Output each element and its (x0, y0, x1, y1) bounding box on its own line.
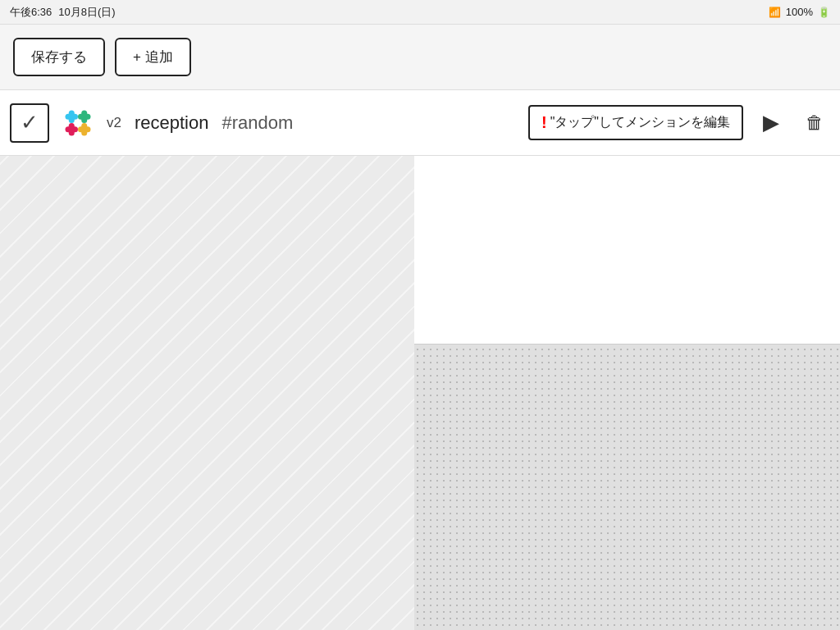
exclamation-icon: ! (541, 113, 547, 132)
main-area (0, 156, 840, 630)
status-left: 午後6:36 10月8日(日) (10, 5, 116, 20)
left-panel (0, 156, 414, 630)
svg-rect-7 (66, 126, 78, 132)
wifi-icon: 📶 (769, 7, 781, 18)
svg-rect-3 (78, 113, 90, 119)
slack-version: v2 (107, 115, 121, 131)
checkmark-icon: ✓ (21, 110, 39, 135)
status-right: 📶 100% 🔋 (769, 6, 830, 18)
send-button[interactable]: ▶ (756, 107, 786, 139)
right-panel (414, 156, 840, 630)
status-bar: 午後6:36 10月8日(日) 📶 100% 🔋 (0, 0, 840, 25)
add-button[interactable]: + 追加 (115, 38, 191, 76)
delete-button[interactable]: 🗑 (799, 109, 830, 137)
status-time: 午後6:36 (10, 5, 52, 20)
battery-percent: 100% (786, 6, 813, 18)
toolbar: 保存する + 追加 (0, 25, 840, 90)
svg-rect-1 (66, 113, 78, 119)
status-date: 10月8日(日) (58, 5, 115, 20)
mention-edit-label: "タップ"してメンションを編集 (550, 114, 730, 131)
channel-label: #random (221, 112, 293, 134)
svg-rect-5 (78, 126, 90, 132)
save-button[interactable]: 保存する (13, 38, 105, 76)
white-card (414, 156, 840, 345)
checkbox[interactable]: ✓ (10, 103, 49, 143)
content-row: ✓ v2 reception #random ! "タップ"してメンションを編集 (0, 90, 840, 156)
mention-edit-button[interactable]: ! "タップ"してメンションを編集 (528, 105, 743, 140)
slack-logo-icon (62, 107, 94, 139)
reception-label: reception (135, 112, 209, 134)
battery-icon: 🔋 (818, 7, 830, 18)
